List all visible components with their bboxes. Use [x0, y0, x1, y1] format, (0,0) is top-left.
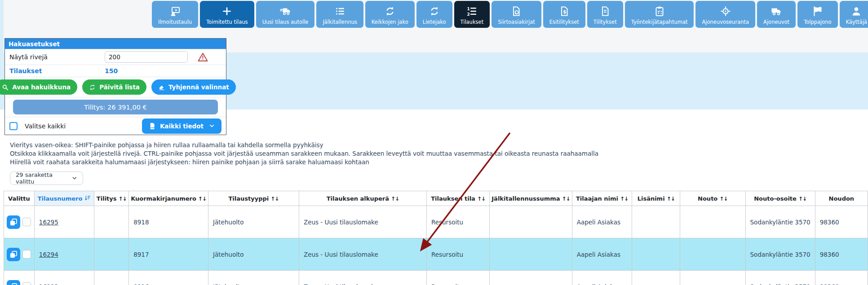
settlement-row: Tilitys: 26 391,00 €	[5, 97, 226, 117]
cell-status: Resursoitu	[426, 238, 489, 271]
toolbar-button-tilaukset[interactable]: Tilaukset	[454, 1, 490, 28]
toolbar-button-tyontekijatapahtumat[interactable]: Työntekijätapahtumat	[625, 1, 694, 28]
toolbar-label: Käyttäjä	[846, 19, 868, 25]
header-tilitys[interactable]: Tilitys↑↓	[94, 191, 129, 206]
order-number-link[interactable]: 16295	[39, 219, 58, 226]
select-all-label: Valitse kaikki	[25, 123, 66, 130]
plus-icon	[221, 6, 232, 17]
header-tilausnumero[interactable]: Tilausnumero	[34, 191, 94, 206]
cell-settlement	[94, 206, 129, 238]
toolbar-button-tilitykset[interactable]: Tilitykset	[587, 1, 623, 28]
orders-count-label: Tilaukset	[9, 67, 105, 75]
toolbar-button-toimitettu-tilaus[interactable]: Toimitettu tilaus	[200, 1, 254, 28]
copy-order-button[interactable]	[7, 280, 20, 285]
cell-cargo-number: 8917	[129, 238, 208, 271]
rows-per-page-input[interactable]	[105, 51, 188, 63]
sync-arrows-icon	[385, 6, 395, 17]
toolbar-button-lietejako[interactable]: Lietejako	[416, 1, 452, 28]
rows-per-page-label: Näytä rivejä	[9, 53, 105, 61]
cell-cargo-number: 8916	[129, 271, 208, 285]
order-number-link[interactable]: 16293	[39, 283, 58, 285]
refresh-icon	[89, 84, 96, 91]
toolbar-label: Työntekijätapahtumat	[631, 19, 688, 25]
toolbar-button-ajoneuvoseuranta[interactable]: Ajoneuvoseuranta	[695, 1, 755, 28]
cell-order-type: Jätehuolto	[208, 238, 299, 271]
cell-origin: Zeus - Uusi tilauslomake	[299, 206, 426, 238]
flag-icon	[812, 6, 823, 17]
open-search-button[interactable]: Avaa hakuikkuna	[0, 79, 77, 95]
toolbar-button-jalkitallennus[interactable]: Jälkitallennus	[316, 1, 363, 28]
cell-post-save-sum	[490, 206, 572, 238]
cell-postal-code: 98360	[815, 238, 868, 271]
toolbar-button-siirtoasiakirjat[interactable]: Siirtoasiakirjat	[492, 1, 541, 28]
export-all-data-button[interactable]: Kaikki tiedot	[142, 118, 221, 134]
toolbar-button-esitilitykset[interactable]: Esitilitykset	[543, 1, 585, 28]
row-checkbox[interactable]	[22, 282, 31, 285]
toolbar-button-ajoneuvot[interactable]: Ajoneuvot	[757, 1, 796, 28]
help-line-3: Hiirellä voit raahata sarakkeita halumam…	[10, 158, 598, 167]
column-select-dropdown[interactable]: 29 saraketta valittu	[10, 171, 83, 185]
sort-arrows-icon: ↑↓	[270, 196, 279, 202]
cell-postal-code: 98360	[815, 206, 868, 238]
toolbar-button-ilmoitustaulu[interactable]: Ilmoitustaulu	[152, 1, 198, 28]
copy-order-button[interactable]	[7, 248, 20, 261]
toolbar-label: Keikkojen jako	[372, 19, 408, 25]
cell-extra-name	[632, 238, 680, 271]
header-kuormakirjanumero[interactable]: Kuormakirjanumero↑↓	[129, 191, 208, 206]
select-all-checkbox[interactable]	[9, 122, 18, 130]
help-line-2: Otsikkoa klikkaamalla voit järjestellä r…	[10, 149, 598, 158]
order-number-link[interactable]: 16294	[39, 251, 58, 258]
user-icon	[851, 6, 862, 17]
delivery-truck-icon	[280, 6, 291, 17]
cell-order-type: Jätehuolto	[208, 271, 299, 285]
export-all-data-label: Kaikki tiedot	[160, 123, 204, 130]
cell-customer-name: Aapeli Asiakas	[572, 238, 632, 271]
document-icon	[600, 6, 611, 17]
toolbar-button-tolppajono[interactable]: Tolppajono	[797, 1, 838, 28]
cell-pickup-address: Sodankyläntie 3570	[745, 238, 815, 271]
sort-arrows-icon: ↑↓	[620, 196, 628, 202]
sort-arrows-icon: ↑↓	[798, 196, 806, 202]
header-tilaustyyppi[interactable]: Tilaustyyppi↑↓	[208, 191, 299, 206]
header-nouto-osoite[interactable]: Nouto-osoite↑↓	[745, 191, 815, 206]
table-header-row: Valittu Tilausnumero Tilitys↑↓ Kuormakir…	[4, 191, 868, 206]
refresh-list-button[interactable]: Päivitä lista	[82, 79, 146, 95]
cell-pickup	[680, 206, 745, 238]
row-checkbox[interactable]	[22, 250, 31, 259]
clear-selections-button[interactable]: Tyhjennä valinnat	[151, 79, 236, 95]
panel-title: Hakuasetukset	[5, 39, 226, 49]
document-transfer-icon	[511, 6, 522, 17]
toolbar-label: Ajoneuvoseuranta	[702, 19, 749, 25]
cell-postal-code: 98360	[815, 271, 868, 285]
toolbar-label: Jälkitallennus	[323, 19, 357, 25]
column-select-value: 29 saraketta valittu	[16, 171, 72, 185]
gps-target-icon	[720, 6, 731, 17]
header-tilaajan-nimi[interactable]: Tilaajan nimi↑↓	[572, 191, 632, 206]
chevron-down-icon	[72, 175, 77, 181]
cell-settlement	[94, 271, 129, 285]
cell-customer-name: Aapeli Asiakas	[572, 271, 632, 285]
copy-order-button[interactable]	[7, 215, 20, 229]
orders-count-row: Tilaukset 150	[5, 65, 226, 77]
header-jalkitallennussumma[interactable]: Jälkitallennussumma↑↓	[490, 191, 572, 206]
numbered-list-icon	[466, 6, 477, 17]
toolbar-label: Tilitykset	[593, 19, 617, 25]
orders-count-value: 150	[105, 67, 118, 75]
toolbar-button-kayttaja[interactable]: Käyttäjä	[840, 1, 868, 28]
header-noudon[interactable]: Noudon	[815, 191, 868, 206]
toolbar-button-keikkojen-jako[interactable]: Keikkojen jako	[365, 1, 415, 28]
header-tilauksen-alkupera[interactable]: Tilauksen alkuperä↑↓	[299, 191, 426, 206]
copy-icon	[9, 283, 18, 285]
header-tilauksen-tila[interactable]: Tilauksen tila↑↓	[426, 191, 489, 206]
sort-arrows-icon: ↑↓	[562, 196, 570, 202]
toolbar-button-uusi-tilaus-autolle[interactable]: Uusi tilaus autolle	[256, 1, 315, 28]
truck-icon	[771, 6, 782, 17]
toolbar-label: Tilaukset	[461, 19, 484, 25]
row-checkbox[interactable]	[22, 218, 31, 226]
cell-extra-name	[632, 271, 680, 285]
sort-descending-icon	[84, 195, 91, 202]
header-nouto[interactable]: Nouto↑↓	[680, 191, 745, 206]
table-row: 16293 8916 Jätehuolto Zeus - Uusi tilaus…	[4, 271, 868, 285]
header-lisanimi[interactable]: Lisänimi↑↓	[632, 191, 680, 206]
search-icon	[2, 84, 9, 91]
